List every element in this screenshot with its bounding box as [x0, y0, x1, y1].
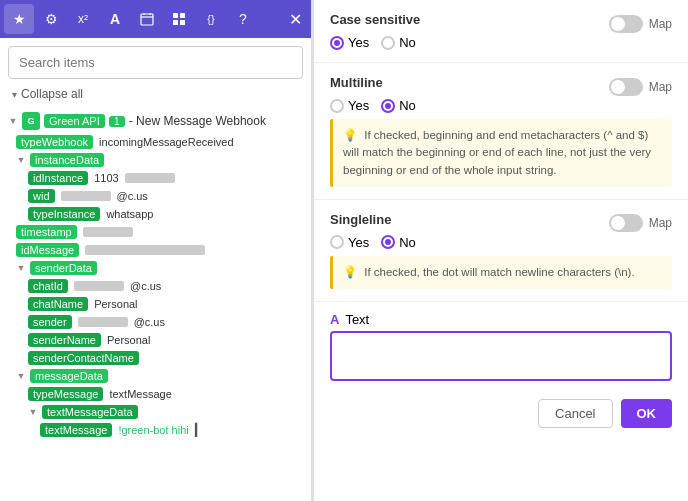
yes-radio-circle — [330, 36, 344, 50]
node-label: senderContactName — [28, 351, 139, 365]
multiline-info: 💡 If checked, beginning and end metachar… — [330, 119, 672, 187]
root-icon: G — [22, 112, 40, 130]
list-item[interactable]: idInstance 1103 — [0, 169, 311, 187]
collapse-all-button[interactable]: ▾ Collapse all — [0, 83, 311, 105]
case-sensitive-section: Case sensitive Map Yes No — [314, 0, 688, 63]
list-item[interactable]: typeMessage textMessage — [0, 385, 311, 403]
node-label: instanceData — [30, 153, 104, 167]
singleline-radio-group: Yes No — [330, 235, 672, 250]
singleline-section: Singleline Map Yes No 💡 If checked, the … — [314, 200, 688, 302]
node-label: senderData — [30, 261, 97, 275]
cancel-button[interactable]: Cancel — [538, 399, 612, 428]
yes-radio-dot — [334, 40, 340, 46]
node-label: typeWebhook — [16, 135, 93, 149]
list-item[interactable]: typeWebhook incomingMessageReceived — [0, 133, 311, 151]
singleline-no-dot — [385, 239, 391, 245]
list-item[interactable]: senderName Personal — [0, 331, 311, 349]
search-input[interactable] — [8, 46, 303, 79]
a-button[interactable]: A — [100, 4, 130, 34]
list-item[interactable]: typeInstance whatsapp — [0, 205, 311, 223]
multiline-yes-circle — [330, 99, 344, 113]
list-item[interactable]: chatName Personal — [0, 295, 311, 313]
x2-button[interactable]: x² — [68, 4, 98, 34]
list-item[interactable]: ▼ senderData — [0, 259, 311, 277]
text-input[interactable] — [340, 339, 662, 354]
tree-container: ▼ G Green API 1 - New Message Webhook ty… — [0, 105, 311, 501]
calendar-button[interactable] — [132, 4, 162, 34]
node-value-blurred — [61, 191, 111, 201]
multiline-no[interactable]: No — [381, 98, 416, 113]
left-panel: ★ ⚙ x² A {} ? ✕ ▾ Collapse all ▼ G Green… — [0, 0, 312, 501]
list-item[interactable]: sender @c.us — [0, 313, 311, 331]
ok-button[interactable]: OK — [621, 399, 673, 428]
list-item[interactable]: senderContactName — [0, 349, 311, 367]
singleline-toggle-row: Map — [609, 214, 672, 232]
multiline-toggle[interactable] — [609, 78, 643, 96]
node-value: 1103 — [94, 172, 118, 184]
case-sensitive-no[interactable]: No — [381, 35, 416, 50]
multiline-radio-group: Yes No — [330, 98, 672, 113]
node-label: messageData — [30, 369, 108, 383]
node-label: senderName — [28, 333, 101, 347]
expand-icon: ▼ — [16, 371, 26, 381]
cursor-indicator: ▎ — [195, 423, 204, 437]
list-item[interactable]: idMessage — [0, 241, 311, 259]
close-button[interactable]: ✕ — [283, 7, 307, 31]
no-radio-circle — [381, 36, 395, 50]
yes-label: Yes — [348, 35, 369, 50]
list-item[interactable]: ▼ textMessageData — [0, 403, 311, 421]
node-value-blurred — [85, 245, 205, 255]
grid-button[interactable] — [164, 4, 194, 34]
code-button[interactable]: {} — [196, 4, 226, 34]
multiline-no-dot — [385, 103, 391, 109]
list-item[interactable]: timestamp — [0, 223, 311, 241]
search-box — [0, 38, 311, 83]
singleline-no-label: No — [399, 235, 416, 250]
node-value: Personal — [94, 298, 137, 310]
multiline-map-label: Map — [649, 80, 672, 94]
node-label: chatName — [28, 297, 88, 311]
list-item[interactable]: textMessage !green-bot hihi ▎ — [0, 421, 311, 439]
case-sensitive-map-label: Map — [649, 17, 672, 31]
singleline-toggle[interactable] — [609, 214, 643, 232]
list-item[interactable]: ▼ instanceData — [0, 151, 311, 169]
question-button[interactable]: ? — [228, 4, 258, 34]
text-input-area[interactable] — [330, 331, 672, 381]
node-label: sender — [28, 315, 72, 329]
case-sensitive-yes[interactable]: Yes — [330, 35, 369, 50]
list-item[interactable]: chatId @c.us — [0, 277, 311, 295]
node-label: timestamp — [16, 225, 77, 239]
case-sensitive-toggle[interactable] — [609, 15, 643, 33]
node-value-suffix: @c.us — [117, 190, 148, 202]
right-panel: Case sensitive Map Yes No Multiline — [312, 0, 688, 501]
root-expand-icon: ▼ — [8, 116, 18, 126]
root-label: Green API — [44, 114, 105, 128]
gear-button[interactable]: ⚙ — [36, 4, 66, 34]
node-label: wid — [28, 189, 55, 203]
node-value: incomingMessageReceived — [99, 136, 234, 148]
root-node-row[interactable]: ▼ G Green API 1 - New Message Webhook — [0, 109, 311, 133]
node-label: textMessage — [40, 423, 112, 437]
singleline-yes-label: Yes — [348, 235, 369, 250]
expand-icon: ▼ — [16, 155, 26, 165]
svg-rect-4 — [173, 13, 178, 18]
node-label: typeMessage — [28, 387, 103, 401]
singleline-title: Singleline — [330, 212, 391, 227]
list-item[interactable]: ▼ messageData — [0, 367, 311, 385]
node-value-suffix: @c.us — [130, 280, 161, 292]
info-icon: 💡 — [343, 129, 357, 141]
multiline-section: Multiline Map Yes No 💡 If checked, begin… — [314, 63, 688, 200]
singleline-yes[interactable]: Yes — [330, 235, 369, 250]
root-badge: 1 — [109, 116, 125, 127]
node-value: !green-bot hihi — [118, 424, 188, 436]
singleline-no[interactable]: No — [381, 235, 416, 250]
multiline-yes-label: Yes — [348, 98, 369, 113]
info-icon2: 💡 — [343, 266, 357, 278]
list-item[interactable]: wid @c.us — [0, 187, 311, 205]
star-button[interactable]: ★ — [4, 4, 34, 34]
multiline-yes[interactable]: Yes — [330, 98, 369, 113]
svg-rect-6 — [173, 20, 178, 25]
node-value: Personal — [107, 334, 150, 346]
node-label: idMessage — [16, 243, 79, 257]
no-label: No — [399, 35, 416, 50]
